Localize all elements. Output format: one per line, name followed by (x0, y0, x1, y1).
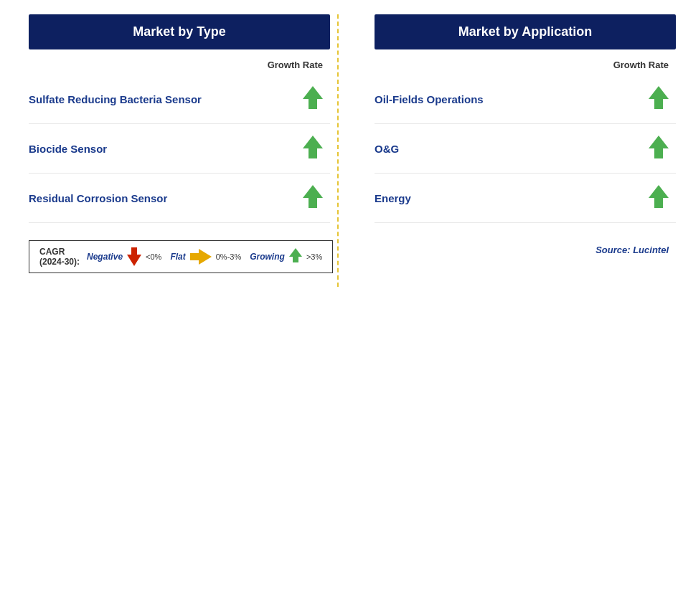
legend-negative-label: Negative (87, 252, 123, 262)
legend-growing-pct: >3% (306, 252, 322, 261)
list-item: Oil-Fields Operations (375, 75, 676, 124)
list-item: Sulfate Reducing Bacteria Sensor (29, 75, 330, 124)
item-label-biocide: Biocide Sensor (29, 143, 288, 155)
item-label-srb: Sulfate Reducing Bacteria Sensor (29, 93, 288, 105)
list-item: O&G (375, 124, 676, 174)
red-arrow-down-icon (127, 247, 141, 266)
green-arrow-up-small-icon (289, 248, 302, 265)
item-label-og: O&G (375, 143, 634, 155)
legend-flat-pct: 0%-3% (216, 252, 241, 261)
source-label: Source: Lucintel (375, 245, 676, 255)
panel-divider (337, 14, 339, 287)
legend-flat-label: Flat (170, 252, 185, 262)
legend-growing-label: Growing (250, 252, 285, 262)
left-panel-header: Market by Type (29, 14, 330, 49)
legend-cagr-label: CAGR(2024-30): (39, 247, 80, 267)
list-item: Energy (375, 174, 676, 223)
item-label-energy: Energy (375, 192, 634, 204)
legend-box: CAGR(2024-30): Negative <0% Flat 0%-3% G… (29, 240, 333, 273)
right-panel-header: Market by Application (375, 14, 676, 49)
arrow-up-icon (303, 136, 323, 161)
left-growth-rate-label: Growth Rate (29, 60, 330, 70)
right-growth-rate-label: Growth Rate (375, 60, 676, 70)
list-item: Biocide Sensor (29, 124, 330, 174)
orange-arrow-right-icon (190, 249, 212, 265)
item-label-corrosion: Residual Corrosion Sensor (29, 192, 288, 204)
left-panel: Market by Type Growth Rate Sulfate Reduc… (29, 14, 330, 287)
arrow-up-icon (303, 185, 323, 211)
arrow-up-icon (649, 86, 669, 112)
item-label-oilfields: Oil-Fields Operations (375, 93, 634, 105)
arrow-up-icon (649, 185, 669, 211)
legend-negative-pct: <0% (146, 252, 161, 261)
right-panel: Market by Application Growth Rate Oil-Fi… (375, 14, 676, 287)
list-item: Residual Corrosion Sensor (29, 174, 330, 223)
arrow-up-icon (303, 86, 323, 112)
arrow-up-icon (649, 136, 669, 161)
